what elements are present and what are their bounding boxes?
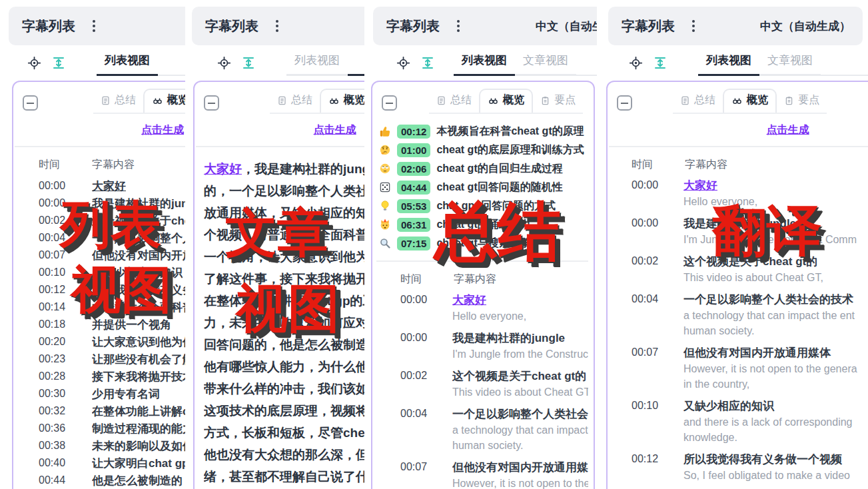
timestamp[interactable]: 00:04 [400,406,435,453]
expand-vertical-icon[interactable] [241,55,256,70]
table-row[interactable]: 00:00 大家好 Hello everyone, [608,177,868,215]
subtab-keypoints[interactable]: 要点 [533,90,583,113]
timestamp[interactable]: 00:18 [39,318,75,330]
locate-crosshair-icon[interactable] [27,55,41,70]
summary-timestamp-badge[interactable]: 05:53 [397,199,430,213]
timestamp[interactable]: 00:07 [632,344,666,392]
tab-list-view[interactable]: 列表视图 [454,53,515,76]
generate-summary-link[interactable]: 点击生成 [767,124,809,135]
tab-list-view[interactable]: 列表视图 [97,53,158,76]
table-row[interactable]: 00:28 接下来我将抛开技术 [13,368,185,385]
timestamp[interactable]: 00:07 [39,249,75,261]
timestamp[interactable]: 00:12 [632,451,666,483]
timestamp[interactable]: 00:02 [632,253,666,285]
summary-timestamp-badge[interactable]: 06:31 [397,218,430,232]
table-row[interactable]: 00:04 一个足以影响整个人类社会的技术 a technology that … [372,406,594,459]
table-row[interactable]: 00:02 这个视频是关于cheat gt的 [13,212,185,229]
timestamp[interactable]: 00:36 [39,422,75,434]
timestamp[interactable]: 00:20 [39,336,75,348]
table-row[interactable]: 00:00 我是建构社群的jungle I'm Jungle from the … [372,330,594,368]
generate-summary-link[interactable]: 点击生成 [314,124,356,135]
summary-item[interactable]: 02:06 cheat gt的自回归生成过程 [379,159,594,178]
timestamp[interactable]: 00:00 [632,215,666,247]
subtab-overview[interactable]: 概览 [143,89,185,113]
timestamp[interactable]: 00:00 [632,177,666,209]
table-row[interactable]: 00:00 大家好 Hello everyone, [372,292,594,330]
minus-box-icon[interactable] [204,95,219,111]
summary-item[interactable]: 01:00 cheat gt的底层原理和训练方式 [379,141,594,159]
minus-box-icon[interactable] [23,95,38,111]
timestamp[interactable]: 00:10 [39,266,75,278]
table-row[interactable]: 00:07 但他没有对国内开放通用媒体 However, it is not o… [372,459,594,489]
summary-item[interactable]: 04:44 cheat gt回答问题的随机性 [379,178,594,197]
timestamp[interactable]: 00:44 [39,474,75,486]
table-row[interactable]: 00:00 我是建构社群的jungle [13,195,185,212]
summary-item[interactable]: 07:15 cheat gt与搜索引擎 [379,234,594,252]
timestamp[interactable]: 00:04 [39,232,75,244]
expand-vertical-icon[interactable] [51,55,66,70]
table-row[interactable]: 00:20 让大家意识到他为何 [13,333,185,350]
tab-article-view[interactable]: 文章视图 [515,53,576,76]
timestamp[interactable]: 00:00 [39,180,75,192]
timestamp[interactable]: 00:23 [39,353,75,365]
minus-box-icon[interactable] [382,95,397,111]
generate-summary-link[interactable]: 点击生成 [141,124,184,135]
kebab-menu-icon[interactable] [90,17,98,35]
timestamp[interactable]: 00:30 [39,388,75,400]
table-row[interactable]: 00:23 让那些没有机会了解 [13,350,185,368]
subtab-overview[interactable]: 概览 [320,89,364,113]
tab-list-view[interactable]: 列表视图 [698,53,759,76]
kebab-menu-icon[interactable] [689,17,697,35]
table-row[interactable]: 00:10 又缺少相应的知识 and there is a lack of co… [608,398,868,451]
subtab-keypoints[interactable]: 要点 [777,90,827,113]
summary-item[interactable]: 05:53 chat gp t回答问题的方式 [379,197,594,215]
timestamp[interactable]: 00:28 [39,370,75,382]
table-row[interactable]: 00:40 让大家明白chat gp [13,454,185,472]
summary-timestamp-badge[interactable]: 01:00 [397,143,430,157]
table-row[interactable]: 00:36 制造过程涌现的能力 [13,420,185,437]
timestamp[interactable]: 00:00 [39,197,75,209]
table-row[interactable]: 00:04 一个足以影响整个人类社会的技术 a technology that … [608,291,868,344]
timestamp[interactable]: 00:07 [400,459,435,489]
timestamp[interactable]: 00:40 [39,457,75,469]
table-row[interactable]: 00:12 所以我觉得我有义务做一个视频 [13,281,185,298]
timestamp[interactable]: 00:02 [39,215,75,227]
table-row[interactable]: 00:38 未来的影响以及如何 [13,437,185,454]
timestamp[interactable]: 00:12 [39,284,75,296]
summary-item[interactable]: 06:31 cheat gt的涌现能力 [379,215,594,234]
table-row[interactable]: 00:12 所以我觉得我有义务做一个视频 So, I feel obligate… [608,451,868,489]
table-row[interactable]: 00:30 少用专有名词 [13,385,185,402]
subtab-overview[interactable]: 概览 [723,89,777,113]
expand-vertical-icon[interactable] [420,55,435,70]
timestamp[interactable]: 00:32 [39,405,75,417]
subtitle-language-label[interactable]: 中文（自动生成） [760,19,851,34]
subtitle-language-label[interactable]: 中文（自动生成） [536,19,597,34]
table-row[interactable]: 00:04 一个足以影响整个人类社会的技术 [13,229,185,246]
timestamp[interactable]: 00:02 [400,368,435,400]
table-row[interactable]: 00:00 大家好 [13,177,185,195]
summary-timestamp-badge[interactable]: 07:15 [397,237,430,250]
timestamp[interactable]: 00:14 [39,301,75,313]
table-row[interactable]: 00:44 他是怎么被制造的 [13,472,185,489]
timestamp[interactable]: 00:38 [39,440,75,452]
table-row[interactable]: 00:02 这个视频是关于cheat gt的 This video is abo… [372,368,594,406]
locate-crosshair-icon[interactable] [628,55,643,70]
table-row[interactable]: 00:32 在整体功能上讲解ch [13,402,185,420]
tab-list-view[interactable]: 列表视图 [286,53,348,76]
subtab-overview[interactable]: 概览 [479,89,533,113]
summary-timestamp-badge[interactable]: 04:44 [397,181,430,195]
locate-crosshair-icon[interactable] [396,55,410,70]
table-row[interactable]: 00:07 但他没有对国内开放通用媒体 [13,246,185,264]
timestamp[interactable]: 00:00 [400,330,435,362]
timestamp[interactable]: 00:04 [632,291,666,338]
timestamp[interactable]: 00:10 [632,398,666,445]
subtab-summary[interactable]: 总结 [673,90,723,113]
table-row[interactable]: 00:00 我是建构社群的jungle I'm Jungle from the … [608,215,868,253]
subtitle-anchor-link[interactable]: 大家好 [204,162,242,176]
subtab-summary[interactable]: 总结 [429,90,479,113]
table-row[interactable]: 00:14 向普通大众全面科普一下 [13,298,185,316]
tab-article-view[interactable]: 文章视图 [759,53,821,76]
table-row[interactable]: 00:02 这个视频是关于cheat gt的 This video is abo… [608,253,868,291]
expand-vertical-icon[interactable] [653,55,667,70]
table-row[interactable]: 00:10 又缺少相应的知识 [13,264,185,281]
